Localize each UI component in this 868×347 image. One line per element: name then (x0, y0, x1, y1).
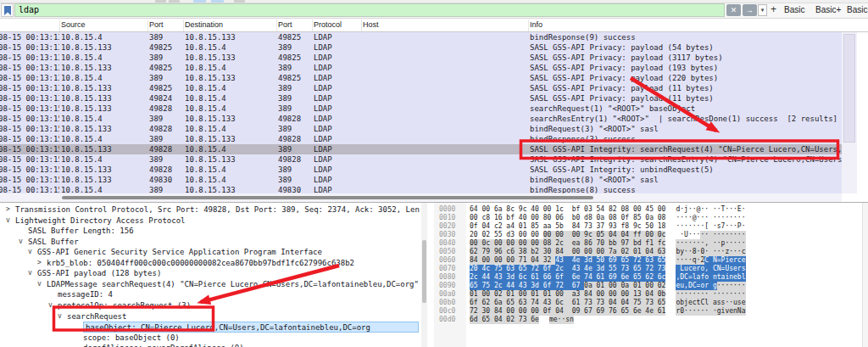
hex-byte[interactable]: b2 (531, 248, 542, 256)
hex-byte[interactable]: 09 (572, 307, 584, 316)
hex-byte[interactable]: ea (572, 239, 584, 248)
hex-byte[interactable]: 04 (609, 299, 620, 307)
hex-byte[interactable]: 43 (494, 273, 506, 282)
hex-byte[interactable]: 6a (494, 299, 506, 307)
hex-byte[interactable]: 00 (555, 290, 567, 299)
hex-byte[interactable]: 65 (481, 316, 493, 324)
ascii-char[interactable]: · (742, 282, 746, 290)
packet-row[interactable]: 08-15 00:13:15…10.8.15.1334983010.8.15.4… (0, 175, 842, 185)
hex-byte[interactable]: 50 (597, 256, 609, 265)
hex-byte[interactable]: 5b (555, 222, 567, 231)
hex-byte[interactable]: 43 (555, 256, 567, 265)
hex-byte[interactable]: 30 (543, 248, 555, 256)
hex-byte[interactable]: 69 (609, 256, 620, 265)
filter-preset-basic-dns[interactable]: Basic+Dns (847, 5, 868, 14)
hex-byte[interactable]: b0 (572, 214, 584, 222)
hex-byte[interactable]: 00 (597, 248, 609, 256)
hex-byte[interactable]: 18 (658, 222, 666, 231)
hex-byte[interactable]: 00 (531, 231, 542, 239)
hex-byte[interactable]: 00 (597, 290, 609, 299)
packet-row[interactable]: 08-15 00:13:13…10.8.15.1334982510.8.15.4… (0, 63, 842, 73)
hex-byte[interactable]: 65 (658, 299, 666, 307)
hex-byte[interactable]: 43 (572, 265, 584, 273)
hex-byte[interactable]: 65 (519, 265, 531, 273)
hex-byte[interactable]: 65 (506, 299, 518, 307)
hex-byte[interactable]: 71 (519, 256, 531, 265)
hex-byte[interactable]: 01 (543, 290, 555, 299)
hex-byte[interactable]: 00 (494, 239, 506, 248)
hex-byte[interactable]: 00 (519, 231, 531, 239)
packet-row[interactable]: 08-15 00:13:13…10.8.15.438910.8.15.13349… (0, 73, 842, 83)
hex-byte[interactable]: 0f (620, 214, 632, 222)
hex-byte[interactable]: 3d (531, 282, 542, 290)
hex-byte[interactable]: 00 (645, 282, 657, 290)
hex-byte[interactable]: 72 (645, 265, 657, 273)
expand-icon[interactable]: > (6, 204, 10, 215)
hex-byte[interactable]: 20 (470, 231, 481, 239)
filter-clear-button[interactable]: ✕ (726, 4, 741, 16)
detail-line[interactable]: vLDAPMessage searchRequest(4) "CN=Pierce… (0, 279, 419, 290)
ascii-char[interactable]: · (742, 290, 746, 299)
hex-byte[interactable]: 3d (506, 273, 518, 282)
collapse-icon[interactable]: v (28, 268, 32, 278)
packet-row[interactable]: 08-15 00:13:13…10.8.15.1334982410.8.15.4… (0, 93, 842, 104)
hex-byte[interactable]: 43 (519, 282, 531, 290)
packet-row[interactable]: 08-15 00:13:13…10.8.15.438910.8.15.13349… (0, 53, 842, 63)
hex-byte[interactable]: 00 (543, 231, 555, 239)
hex-byte[interactable]: 1c (555, 205, 567, 214)
hex-vertical-scrollbar[interactable] (862, 203, 868, 347)
hex-byte[interactable]: 01 (633, 248, 645, 256)
collapse-icon[interactable]: v (19, 237, 23, 247)
add-filter-button[interactable]: + (771, 3, 776, 15)
packet-row[interactable]: 08-15 00:13:15…10.8.15.438910.8.15.13349… (0, 134, 842, 144)
filter-preset-basic-plus[interactable]: Basic+ (815, 5, 841, 14)
hex-byte[interactable]: 00 (494, 256, 506, 265)
hex-byte[interactable]: 01 (633, 282, 645, 290)
hex-byte[interactable]: d8 (584, 214, 596, 222)
column-header-port[interactable]: Port (149, 20, 164, 29)
hex-byte[interactable]: 93 (609, 222, 620, 231)
hex-byte[interactable]: 00 (531, 307, 542, 316)
hex-byte[interactable]: 00 (481, 290, 493, 299)
hex-byte[interactable]: 0a (597, 214, 609, 222)
hex-byte[interactable]: 3d (584, 256, 596, 265)
ascii-char[interactable]: e (742, 299, 746, 307)
hex-byte[interactable]: 4e (584, 265, 596, 273)
detail-line[interactable]: baseObject: CN=Pierce Lucero,CN=Users,DC… (0, 322, 419, 333)
hex-byte[interactable]: 85 (633, 214, 645, 222)
hex-byte[interactable]: 00 (609, 282, 620, 290)
collapse-icon[interactable]: v (58, 311, 62, 322)
hex-byte[interactable]: 65 (620, 256, 632, 265)
hex-byte[interactable]: 05 (597, 231, 609, 239)
hex-byte[interactable]: 0f (543, 307, 555, 316)
ascii-char[interactable]: n (570, 316, 574, 324)
hex-byte[interactable]: 45 (645, 205, 657, 214)
ascii-char[interactable]: · (742, 239, 746, 248)
ascii-char[interactable]: e (742, 256, 746, 265)
hex-byte[interactable]: 75 (481, 282, 493, 290)
hex-byte[interactable]: bb (609, 239, 620, 248)
hex-byte[interactable]: 01 (470, 290, 481, 299)
hex-byte[interactable]: 04 (645, 248, 657, 256)
hex-byte[interactable]: 04 (620, 231, 632, 239)
ascii-char[interactable]: · (742, 222, 746, 231)
hex-byte[interactable]: 6c (519, 273, 531, 282)
hex-byte[interactable]: 96 (494, 248, 506, 256)
hex-byte[interactable]: 65 (658, 256, 666, 265)
hex-byte[interactable]: 6c (658, 273, 666, 282)
detail-line[interactable]: >krb5_blob: 050404ff000c000c00000000082c… (0, 258, 419, 269)
hex-byte[interactable]: 9c (519, 205, 531, 214)
detail-line[interactable]: vGSS-API payload (128 bytes) (0, 268, 419, 279)
hex-byte[interactable]: 00 (584, 248, 596, 256)
detail-line[interactable]: vprotocolOp: searchRequest (3) (0, 300, 419, 311)
hex-byte[interactable]: 03 (584, 205, 596, 214)
hex-byte[interactable]: 06 (555, 214, 567, 222)
hex-byte[interactable]: 40 (519, 214, 531, 222)
hex-byte[interactable]: 86 (584, 239, 596, 248)
hex-byte[interactable]: 00 (481, 205, 493, 214)
hex-byte[interactable]: 6f (555, 273, 567, 282)
hex-byte[interactable]: 04 (494, 316, 506, 324)
hex-byte[interactable]: 9c (633, 222, 645, 231)
hex-byte[interactable]: 02 (481, 231, 493, 239)
hex-byte[interactable]: 44 (506, 282, 518, 290)
